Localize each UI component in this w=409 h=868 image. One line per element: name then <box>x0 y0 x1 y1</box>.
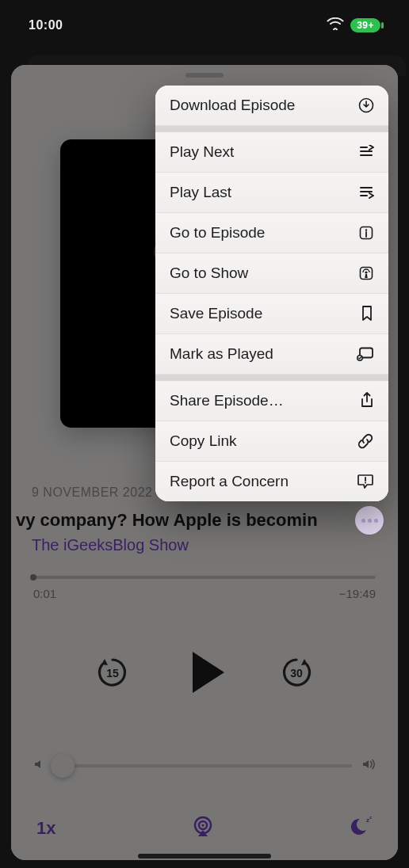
menu-play-last[interactable]: Play Last <box>155 173 388 213</box>
menu-mark-as-played[interactable]: Mark as Played <box>155 334 388 375</box>
wifi-icon <box>327 17 344 33</box>
now-playing-sheet: 9 NOVEMBER 2022 vy company? How Apple is… <box>11 65 398 860</box>
bookmark-icon <box>357 305 374 322</box>
more-button[interactable] <box>355 506 384 535</box>
podcast-icon <box>357 265 374 281</box>
battery-badge: 39+ <box>350 18 380 32</box>
menu-label: Download Episode <box>170 97 295 114</box>
menu-label: Go to Episode <box>170 224 265 242</box>
menu-label: Play Next <box>170 143 234 161</box>
status-bar: 10:00 39+ <box>0 0 409 51</box>
menu-label: Mark as Played <box>170 345 273 363</box>
menu-report-concern[interactable]: Report a Concern <box>155 462 388 501</box>
home-indicator[interactable] <box>138 854 271 858</box>
menu-go-to-show[interactable]: Go to Show <box>155 253 388 294</box>
menu-label: Save Episode <box>170 305 262 322</box>
svg-point-11 <box>365 271 367 273</box>
play-next-icon <box>357 145 374 159</box>
menu-copy-link[interactable]: Copy Link <box>155 421 388 462</box>
menu-go-to-episode[interactable]: Go to Episode <box>155 213 388 253</box>
menu-play-next[interactable]: Play Next <box>155 132 388 173</box>
menu-label: Play Last <box>170 184 231 201</box>
menu-download-episode[interactable]: Download Episode <box>155 86 388 126</box>
menu-label: Copy Link <box>170 432 237 450</box>
ellipsis-icon <box>361 519 378 523</box>
info-icon <box>357 225 374 241</box>
menu-label: Report a Concern <box>170 473 289 490</box>
link-icon <box>357 432 374 450</box>
played-icon <box>357 347 374 361</box>
menu-label: Share Episode… <box>170 392 284 409</box>
menu-share-episode[interactable]: Share Episode… <box>155 381 388 421</box>
svg-point-9 <box>365 229 367 230</box>
context-menu: Download Episode Play Next Play Last Go … <box>155 86 388 501</box>
download-icon <box>357 97 374 113</box>
play-last-icon <box>357 185 374 200</box>
status-time: 10:00 <box>29 18 63 32</box>
report-icon <box>357 474 374 489</box>
menu-label: Go to Show <box>170 265 248 282</box>
svg-point-14 <box>365 482 366 483</box>
share-icon <box>357 392 374 409</box>
menu-save-episode[interactable]: Save Episode <box>155 294 388 334</box>
